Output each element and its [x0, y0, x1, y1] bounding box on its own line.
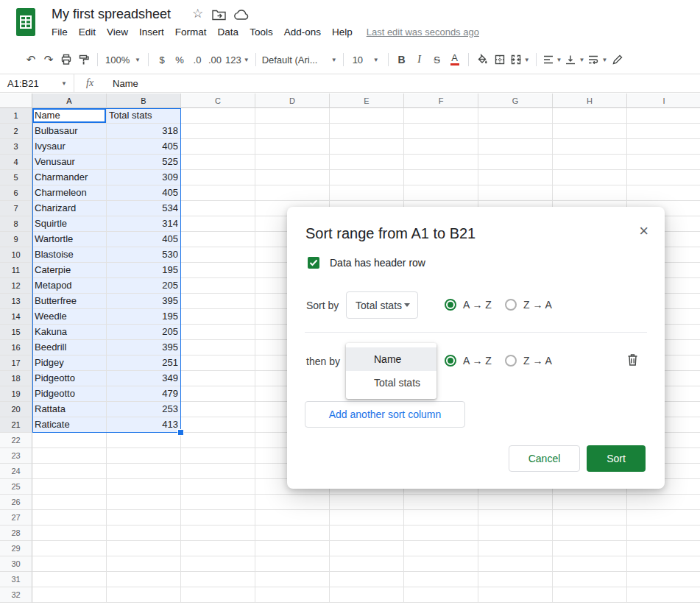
- select-all-corner[interactable]: [0, 93, 32, 108]
- cell-B1[interactable]: Total stats: [107, 108, 181, 124]
- cell-C23[interactable]: [181, 448, 255, 464]
- row-header-27[interactable]: 27: [0, 510, 32, 526]
- cell-G28[interactable]: [478, 526, 553, 541]
- cell-C15[interactable]: [181, 325, 255, 340]
- cell-C21[interactable]: [181, 417, 255, 433]
- cell-A9[interactable]: Wartortle: [32, 232, 107, 247]
- cell-I1[interactable]: [627, 108, 700, 124]
- cell-B15[interactable]: 205: [107, 325, 181, 340]
- document-title[interactable]: My first spreadsheet: [52, 7, 171, 22]
- cell-D29[interactable]: [255, 541, 330, 556]
- close-icon[interactable]: ×: [639, 223, 648, 239]
- row-header-18[interactable]: 18: [0, 371, 32, 386]
- row-header-25[interactable]: 25: [0, 479, 32, 495]
- cell-A4[interactable]: Venusaur: [32, 155, 107, 170]
- cell-H29[interactable]: [553, 541, 627, 556]
- cell-A23[interactable]: [32, 448, 107, 464]
- column-header-I[interactable]: I: [627, 93, 700, 108]
- cell-D4[interactable]: [255, 155, 330, 170]
- cell-A30[interactable]: [32, 556, 107, 572]
- print-button[interactable]: [57, 50, 75, 69]
- cell-B4[interactable]: 525: [107, 155, 181, 170]
- vertical-align-button[interactable]: ▼: [563, 50, 586, 69]
- cell-A14[interactable]: Weedle: [32, 309, 107, 325]
- cell-G3[interactable]: [478, 139, 553, 155]
- cell-H2[interactable]: [553, 124, 627, 139]
- cell-G29[interactable]: [478, 541, 553, 556]
- cell-G2[interactable]: [478, 124, 553, 139]
- cell-H32[interactable]: [553, 587, 627, 603]
- sort-by-desc-radio[interactable]: Z → A: [505, 299, 552, 311]
- font-family-select[interactable]: Default (Ari...▼: [261, 50, 339, 69]
- cell-B32[interactable]: [107, 587, 181, 603]
- number-format-button[interactable]: 123▼: [224, 50, 251, 69]
- name-box[interactable]: A1:B21 ▼: [0, 74, 74, 92]
- cell-A28[interactable]: [32, 526, 107, 541]
- merge-cells-button[interactable]: ▼: [509, 50, 531, 69]
- cell-I30[interactable]: [627, 556, 700, 572]
- menu-view[interactable]: View: [107, 26, 128, 38]
- cell-C7[interactable]: [181, 201, 255, 216]
- cell-F4[interactable]: [404, 155, 478, 170]
- cell-C3[interactable]: [181, 139, 255, 155]
- cell-B3[interactable]: 405: [107, 139, 181, 155]
- cell-C26[interactable]: [181, 495, 255, 510]
- row-header-4[interactable]: 4: [0, 155, 32, 170]
- cell-B13[interactable]: 395: [107, 294, 181, 309]
- menu-add-ons[interactable]: Add-ons: [284, 26, 321, 38]
- horizontal-align-button[interactable]: ▼: [541, 50, 564, 69]
- cell-B6[interactable]: 405: [107, 185, 181, 201]
- menu-help[interactable]: Help: [332, 26, 353, 38]
- menu-file[interactable]: File: [52, 26, 68, 38]
- cell-A16[interactable]: Beedrill: [32, 340, 107, 355]
- cell-I3[interactable]: [627, 139, 700, 155]
- cell-A20[interactable]: Rattata: [32, 402, 107, 417]
- cell-C17[interactable]: [181, 355, 255, 371]
- cell-B22[interactable]: [107, 433, 181, 448]
- cell-C13[interactable]: [181, 294, 255, 309]
- cell-A21[interactable]: Raticate: [32, 417, 107, 433]
- cell-E31[interactable]: [330, 572, 404, 587]
- cell-E32[interactable]: [330, 587, 404, 603]
- cell-G31[interactable]: [478, 572, 553, 587]
- cell-B20[interactable]: 253: [107, 402, 181, 417]
- cell-I28[interactable]: [627, 526, 700, 541]
- cell-H30[interactable]: [553, 556, 627, 572]
- row-header-19[interactable]: 19: [0, 386, 32, 402]
- cell-D31[interactable]: [255, 572, 330, 587]
- cell-A8[interactable]: Squirtle: [32, 216, 107, 232]
- cell-D32[interactable]: [255, 587, 330, 603]
- cell-C16[interactable]: [181, 340, 255, 355]
- cell-A15[interactable]: Kakuna: [32, 325, 107, 340]
- row-header-6[interactable]: 6: [0, 185, 32, 201]
- cell-B12[interactable]: 205: [107, 278, 181, 294]
- cell-C31[interactable]: [181, 572, 255, 587]
- menu-tools[interactable]: Tools: [250, 26, 273, 38]
- row-header-24[interactable]: 24: [0, 464, 32, 479]
- cell-C19[interactable]: [181, 386, 255, 402]
- row-header-14[interactable]: 14: [0, 309, 32, 325]
- cell-B28[interactable]: [107, 526, 181, 541]
- cell-C10[interactable]: [181, 247, 255, 263]
- menu-edit[interactable]: Edit: [79, 26, 96, 38]
- cell-F30[interactable]: [404, 556, 478, 572]
- cell-A13[interactable]: Butterfree: [32, 294, 107, 309]
- menu-option-name[interactable]: Name: [346, 347, 436, 371]
- cell-H26[interactable]: [553, 495, 627, 510]
- cell-I2[interactable]: [627, 124, 700, 139]
- row-header-2[interactable]: 2: [0, 124, 32, 139]
- column-header-G[interactable]: G: [478, 93, 553, 108]
- cell-B8[interactable]: 314: [107, 216, 181, 232]
- cell-E27[interactable]: [330, 510, 404, 526]
- delete-criterion-button[interactable]: [625, 352, 640, 370]
- text-color-button[interactable]: A: [446, 50, 464, 69]
- row-header-5[interactable]: 5: [0, 170, 32, 185]
- cell-E28[interactable]: [330, 526, 404, 541]
- row-header-8[interactable]: 8: [0, 216, 32, 232]
- cell-D30[interactable]: [255, 556, 330, 572]
- format-percent-button[interactable]: %: [171, 50, 188, 69]
- cell-G30[interactable]: [478, 556, 553, 572]
- cell-B26[interactable]: [107, 495, 181, 510]
- then-by-asc-radio[interactable]: A → Z: [445, 355, 492, 367]
- cell-I6[interactable]: [627, 185, 700, 201]
